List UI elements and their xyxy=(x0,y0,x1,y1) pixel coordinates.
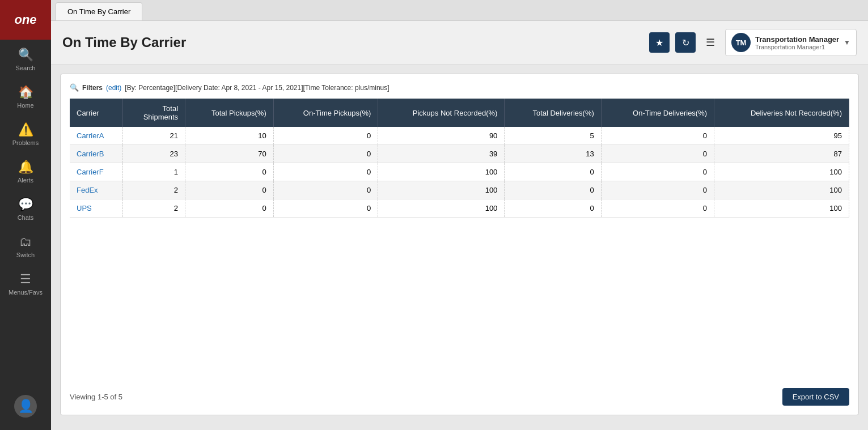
pickups-not-recorded-cell: 39 xyxy=(378,145,505,163)
col-header-pickups-not-recorded: Pickups Not Recorded(%) xyxy=(378,99,505,127)
sidebar-item-search[interactable]: 🔍 Search xyxy=(0,40,51,77)
total-pickups-cell: 0 xyxy=(185,181,274,199)
table-wrapper: Carrier TotalShipments Total Pickups(%) … xyxy=(70,99,849,377)
sidebar-label-chats: Chats xyxy=(18,214,34,221)
switch-icon: 🗂 xyxy=(19,235,32,249)
tab-on-time-by-carrier[interactable]: On Time By Carrier xyxy=(56,2,142,20)
menus-icon: ☰ xyxy=(20,272,31,287)
search-icon: 🔍 xyxy=(18,48,33,62)
main-content: On Time By Carrier On Time By Carrier ★ … xyxy=(51,0,868,430)
carrier-table: Carrier TotalShipments Total Pickups(%) … xyxy=(70,99,849,218)
home-icon: 🏠 xyxy=(18,85,33,100)
header-actions: ★ ↻ ☰ TM Transportation Manager Transpor… xyxy=(649,29,857,56)
table-row: CarrierA21100905095 xyxy=(70,127,849,145)
sidebar-item-alerts[interactable]: 🔔 Alerts xyxy=(0,152,51,189)
carrier-cell[interactable]: CarrierA xyxy=(70,127,122,145)
alerts-icon: 🔔 xyxy=(18,160,33,174)
ontime-pickups-cell: 0 xyxy=(273,127,378,145)
ontime-deliveries-cell: 0 xyxy=(601,199,714,218)
filter-text: [By: Percentage][Delivery Date: Apr 8, 2… xyxy=(125,84,389,92)
col-header-ontime-deliveries: On-Time Deliveries(%) xyxy=(601,99,714,127)
filter-bar: 🔍 Filters (edit) [By: Percentage][Delive… xyxy=(70,83,849,92)
total-shipments-cell: 2 xyxy=(122,181,185,199)
deliveries-not-recorded-cell: 87 xyxy=(714,145,849,163)
problems-icon: ⚠️ xyxy=(18,122,33,137)
refresh-icon: ↻ xyxy=(682,37,689,48)
total-shipments-cell: 2 xyxy=(122,199,185,218)
user-section[interactable]: TM Transportation Manager Transportation… xyxy=(725,29,857,56)
sidebar-item-chats[interactable]: 💬 Chats xyxy=(0,189,51,227)
content-area: 🔍 Filters (edit) [By: Percentage][Delive… xyxy=(51,65,868,430)
filter-icon: 🔍 xyxy=(70,83,79,92)
col-header-ontime-pickups: On-Time Pickups(%) xyxy=(273,99,378,127)
refresh-button[interactable]: ↻ xyxy=(675,32,696,53)
deliveries-not-recorded-cell: 100 xyxy=(714,163,849,181)
col-header-total-pickups: Total Pickups(%) xyxy=(185,99,274,127)
total-pickups-cell: 0 xyxy=(185,163,274,181)
table-header: Carrier TotalShipments Total Pickups(%) … xyxy=(70,99,849,127)
pickups-not-recorded-cell: 100 xyxy=(378,163,505,181)
total-shipments-cell: 23 xyxy=(122,145,185,163)
chats-icon: 💬 xyxy=(18,197,33,212)
table-row: CarrierB237003913087 xyxy=(70,145,849,163)
ontime-deliveries-cell: 0 xyxy=(601,127,714,145)
favorite-button[interactable]: ★ xyxy=(649,32,670,53)
total-deliveries-cell: 13 xyxy=(505,145,601,163)
viewing-text: Viewing 1-5 of 5 xyxy=(70,393,122,401)
app-logo[interactable]: one xyxy=(0,0,51,40)
total-deliveries-cell: 0 xyxy=(505,181,601,199)
carrier-cell[interactable]: FedEx xyxy=(70,181,122,199)
sidebar-label-home: Home xyxy=(17,102,33,109)
sidebar-label-menus: Menus/Favs xyxy=(9,289,43,296)
ontime-pickups-cell: 0 xyxy=(273,181,378,199)
user-info: Transportation Manager Transportation Ma… xyxy=(755,35,839,50)
col-header-total-deliveries: Total Deliveries(%) xyxy=(505,99,601,127)
user-name: Transportation Manager xyxy=(755,35,839,44)
pickups-not-recorded-cell: 100 xyxy=(378,181,505,199)
sidebar-item-switch[interactable]: 🗂 Switch xyxy=(0,227,51,264)
sidebar: one 🔍 Search 🏠 Home ⚠️ Problems 🔔 Alerts… xyxy=(0,0,51,430)
deliveries-not-recorded-cell: 95 xyxy=(714,127,849,145)
ontime-deliveries-cell: 0 xyxy=(601,163,714,181)
deliveries-not-recorded-cell: 100 xyxy=(714,199,849,218)
carrier-cell[interactable]: CarrierF xyxy=(70,163,122,181)
ontime-pickups-cell: 0 xyxy=(273,145,378,163)
table-footer: Viewing 1-5 of 5 Export to CSV xyxy=(70,384,849,406)
pickups-not-recorded-cell: 100 xyxy=(378,199,505,218)
carrier-cell[interactable]: UPS xyxy=(70,199,122,218)
ontime-deliveries-cell: 0 xyxy=(601,145,714,163)
carrier-cell[interactable]: CarrierB xyxy=(70,145,122,163)
sidebar-label-search: Search xyxy=(16,65,36,71)
page-title: On Time By Carrier xyxy=(62,35,186,50)
logo-text: one xyxy=(14,12,36,27)
pickups-not-recorded-cell: 90 xyxy=(378,127,505,145)
total-deliveries-cell: 5 xyxy=(505,127,601,145)
filter-label: Filters xyxy=(82,84,103,92)
user-role: Transportation Manager1 xyxy=(755,44,839,50)
table-row: FedEx20010000100 xyxy=(70,181,849,199)
sidebar-item-problems[interactable]: ⚠️ Problems xyxy=(0,114,51,152)
menu-button[interactable]: ☰ xyxy=(701,34,719,51)
col-header-total-shipments: TotalShipments xyxy=(122,99,185,127)
header-bar: On Time By Carrier ★ ↻ ☰ TM Transportati… xyxy=(51,21,868,65)
total-deliveries-cell: 0 xyxy=(505,199,601,218)
user-avatar: TM xyxy=(731,33,751,52)
export-csv-button[interactable]: Export to CSV xyxy=(782,388,849,406)
sidebar-item-menus[interactable]: ☰ Menus/Favs xyxy=(0,264,51,301)
total-deliveries-cell: 0 xyxy=(505,163,601,181)
report-container: 🔍 Filters (edit) [By: Percentage][Delive… xyxy=(60,74,859,415)
total-shipments-cell: 1 xyxy=(122,163,185,181)
table-row: CarrierF10010000100 xyxy=(70,163,849,181)
sidebar-label-alerts: Alerts xyxy=(18,177,33,184)
ontime-deliveries-cell: 0 xyxy=(601,181,714,199)
total-pickups-cell: 0 xyxy=(185,199,274,218)
ontime-pickups-cell: 0 xyxy=(273,163,378,181)
tab-bar: On Time By Carrier xyxy=(51,0,868,21)
ontime-pickups-cell: 0 xyxy=(273,199,378,218)
filter-edit-button[interactable]: (edit) xyxy=(106,84,121,92)
col-header-carrier: Carrier xyxy=(70,99,122,127)
sidebar-item-home[interactable]: 🏠 Home xyxy=(0,77,51,114)
hamburger-icon: ☰ xyxy=(706,37,715,48)
col-header-deliveries-not-recorded: Deliveries Not Recorded(%) xyxy=(714,99,849,127)
sidebar-item-user-avatar[interactable]: 👤 xyxy=(14,387,37,423)
